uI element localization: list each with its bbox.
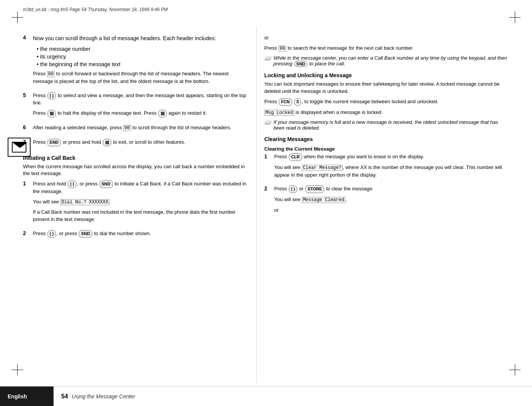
note-1: 📖 While in the message center, you can e… (264, 55, 509, 67)
content-area: 4 Now you can scroll through a list of m… (23, 27, 509, 383)
footer-page-number: 54 (61, 393, 68, 400)
item-7: 7 Press END or press and hold ▤ to exit,… (23, 139, 249, 149)
item-4-content: Now you can scroll through a list of mes… (33, 34, 249, 88)
book-icon-1: 📖 (264, 55, 272, 61)
init-item-1-para1: Press and hold ( ), or press SND to init… (33, 180, 249, 195)
item-6-num: 6 (23, 124, 31, 135)
item-5-para2: Press ▤ to halt the display of the messa… (33, 110, 249, 117)
footer-chapter: Using the Message Center (72, 393, 135, 400)
item-4-num: 4 (23, 34, 31, 88)
book-icon-2: 📖 (264, 119, 272, 125)
initiating-header: Initiating a Call Back (23, 155, 249, 161)
clear-item-1-para1: Press CLR when the message you want to e… (274, 153, 509, 161)
item-5-content: Press ( ) to select and view a message, … (33, 92, 249, 121)
clear-item-1-content: Press CLR when the message you want to e… (274, 153, 509, 182)
init-item-2-content: Press ( ), or press SND to dial the numb… (33, 230, 249, 241)
init-item-1-para3: If a Call Back number was not included i… (33, 209, 249, 223)
item-4-para1: Press 00 to scroll forward or backward t… (33, 70, 249, 85)
bullet-2: its urgency (37, 53, 249, 60)
item-7-para1: Press END or press and hold ▤ to exit, o… (33, 139, 249, 146)
header-text: m3td_us.bk : msg.fm5 Page 54 Thursday, N… (23, 7, 168, 12)
clear-item-1-num: 1 (264, 153, 272, 182)
init-item-2-para1: Press ( ), or press SND to dial the numb… (33, 230, 249, 238)
item-5-para1: Press ( ) to select and view a message, … (33, 92, 249, 107)
footer-language: English (0, 387, 54, 406)
item-6: 6 After reading a selected message, pres… (23, 124, 249, 135)
item-5: 5 Press ( ) to select and view a message… (23, 92, 249, 121)
locking-para1: You can lock important messages to ensur… (264, 81, 509, 95)
init-item-1-para2: You will see Dial No.? XXXXXXX. (33, 198, 249, 206)
corner-mark-tl (11, 11, 23, 23)
init-item-1: 1 Press and hold ( ), or press SND to in… (23, 180, 249, 226)
clear-item-2-or: or (274, 207, 509, 214)
left-column: 4 Now you can scroll through a list of m… (23, 27, 256, 383)
clear-item-2: 2 Press ( ) or STORE to clear the messag… (264, 185, 509, 217)
locking-header: Locking and Unlocking a Message (264, 72, 509, 78)
envelope-icon (12, 142, 26, 153)
note-2: 📖 If your message memory is full and a n… (264, 119, 509, 131)
item-7-content: Press END or press and hold ▤ to exit, o… (33, 139, 249, 149)
item-6-para1: After reading a selected message, press … (33, 124, 249, 132)
clear-item-2-para1: Press ( ) or STORE to clear the message. (274, 185, 509, 193)
initiating-intro: When the current message has scrolled ac… (23, 163, 249, 178)
init-item-2-num: 2 (23, 230, 31, 241)
clear-item-2-para2: You will see Message Cleared. (274, 196, 509, 203)
item-4-bullets: the message number its urgency the begin… (37, 45, 249, 68)
item-4-intro: Now you can scroll through a list of mes… (33, 34, 249, 42)
locking-para2: Press FCN 5, to toggle the current messa… (264, 98, 509, 106)
bullet-1: the message number (37, 45, 249, 53)
locking-para3: Msg Locked is displayed when a message i… (264, 109, 509, 116)
corner-mark-tr (509, 11, 521, 23)
note-1-text: While in the message center, you can ent… (273, 55, 509, 67)
clear-item-1: 1 Press CLR when the message you want to… (264, 153, 509, 182)
bullet-3: the beginning of the message text (37, 60, 249, 68)
corner-mark-bl (11, 364, 23, 375)
corner-mark-br (509, 364, 521, 375)
clear-item-1-para2: You will see Clear Message?, where XX is… (274, 164, 509, 179)
item-6-content: After reading a selected message, press … (33, 124, 249, 135)
clearing-header: Clearing Messages (264, 136, 509, 142)
envelope-icon-container (8, 138, 31, 157)
item-5-num: 5 (23, 92, 31, 121)
init-item-1-content: Press and hold ( ), or press SND to init… (33, 180, 249, 226)
or-1: or (264, 34, 509, 42)
item-4: 4 Now you can scroll through a list of m… (23, 34, 249, 88)
clear-item-2-num: 2 (264, 185, 272, 217)
clear-item-2-content: Press ( ) or STORE to clear the message.… (274, 185, 509, 217)
init-item-2: 2 Press ( ), or press SND to dial the nu… (23, 230, 249, 241)
init-item-1-num: 1 (23, 180, 31, 226)
page-header: m3td_us.bk : msg.fm5 Page 54 Thursday, N… (23, 7, 509, 12)
or-para1: Press 00 to search the text message for … (264, 45, 509, 52)
clearing-sub-header: Clearing the Current Message (264, 146, 509, 152)
right-column: or Press 00 to search the text message f… (256, 27, 509, 383)
note-2-text: If your message memory is full and a new… (273, 119, 509, 131)
footer-bar: English 54 Using the Message Center (0, 386, 532, 406)
